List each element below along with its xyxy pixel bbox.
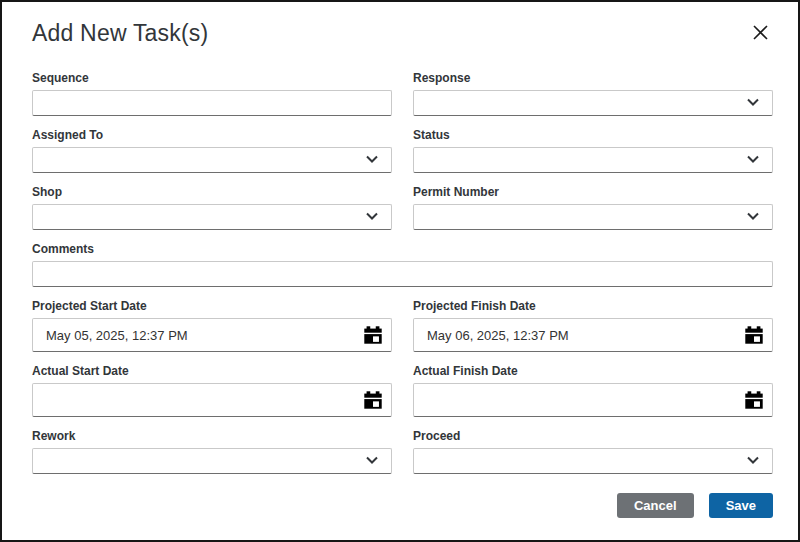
status-label: Status xyxy=(413,128,773,143)
chevron-down-icon xyxy=(746,208,760,226)
field-projected-start-date: Projected Start Date xyxy=(32,299,392,352)
chevron-down-icon xyxy=(365,452,379,470)
save-button[interactable]: Save xyxy=(709,493,773,518)
calendar-icon xyxy=(743,334,765,349)
response-label: Response xyxy=(413,71,773,86)
comments-label: Comments xyxy=(32,242,773,257)
projected-finish-date-input[interactable] xyxy=(413,318,773,352)
field-actual-finish-date: Actual Finish Date xyxy=(413,364,773,417)
calendar-icon xyxy=(362,399,384,414)
rework-select[interactable] xyxy=(32,448,392,474)
dialog-footer: Cancel Save xyxy=(32,493,773,518)
chevron-down-icon xyxy=(365,208,379,226)
cancel-button[interactable]: Cancel xyxy=(617,493,694,518)
permit-number-select[interactable] xyxy=(413,204,773,230)
proceed-select[interactable] xyxy=(413,448,773,474)
status-select[interactable] xyxy=(413,147,773,173)
field-projected-finish-date: Projected Finish Date xyxy=(413,299,773,352)
actual-finish-date-input[interactable] xyxy=(413,383,773,417)
projected-start-date-label: Projected Start Date xyxy=(32,299,392,314)
assigned-to-label: Assigned To xyxy=(32,128,392,143)
actual-start-date-value[interactable] xyxy=(46,393,360,408)
dialog-title: Add New Task(s) xyxy=(32,20,208,47)
field-comments: Comments xyxy=(32,242,773,287)
shop-select[interactable] xyxy=(32,204,392,230)
proceed-label: Proceed xyxy=(413,429,773,444)
field-permit-number: Permit Number xyxy=(413,185,773,230)
sequence-label: Sequence xyxy=(32,71,392,86)
chevron-down-icon xyxy=(365,151,379,169)
calendar-icon xyxy=(362,334,384,349)
chevron-down-icon xyxy=(746,452,760,470)
sequence-input[interactable] xyxy=(32,90,392,116)
task-form: Sequence Response Assigned To Status xyxy=(32,71,773,486)
field-assigned-to: Assigned To xyxy=(32,128,392,173)
actual-start-date-calendar-button[interactable] xyxy=(360,387,386,413)
rework-label: Rework xyxy=(32,429,392,444)
field-response: Response xyxy=(413,71,773,116)
field-rework: Rework xyxy=(32,429,392,474)
actual-start-date-input[interactable] xyxy=(32,383,392,417)
response-select[interactable] xyxy=(413,90,773,116)
shop-label: Shop xyxy=(32,185,392,200)
field-shop: Shop xyxy=(32,185,392,230)
actual-start-date-label: Actual Start Date xyxy=(32,364,392,379)
field-proceed: Proceed xyxy=(413,429,773,474)
calendar-icon xyxy=(743,399,765,414)
permit-number-label: Permit Number xyxy=(413,185,773,200)
close-button[interactable] xyxy=(750,22,771,43)
projected-start-date-value[interactable] xyxy=(46,328,360,343)
add-new-task-dialog: Add New Task(s) Sequence Response Assign… xyxy=(0,0,800,542)
comments-input[interactable] xyxy=(32,261,773,287)
projected-finish-date-label: Projected Finish Date xyxy=(413,299,773,314)
actual-finish-date-calendar-button[interactable] xyxy=(741,387,767,413)
chevron-down-icon xyxy=(746,151,760,169)
dialog-header: Add New Task(s) xyxy=(32,20,773,47)
projected-start-date-input[interactable] xyxy=(32,318,392,352)
field-actual-start-date: Actual Start Date xyxy=(32,364,392,417)
projected-finish-date-calendar-button[interactable] xyxy=(741,322,767,348)
actual-finish-date-label: Actual Finish Date xyxy=(413,364,773,379)
field-sequence: Sequence xyxy=(32,71,392,116)
close-icon xyxy=(752,29,769,44)
actual-finish-date-value[interactable] xyxy=(427,393,741,408)
projected-finish-date-value[interactable] xyxy=(427,328,741,343)
field-status: Status xyxy=(413,128,773,173)
assigned-to-select[interactable] xyxy=(32,147,392,173)
projected-start-date-calendar-button[interactable] xyxy=(360,322,386,348)
chevron-down-icon xyxy=(746,94,760,112)
